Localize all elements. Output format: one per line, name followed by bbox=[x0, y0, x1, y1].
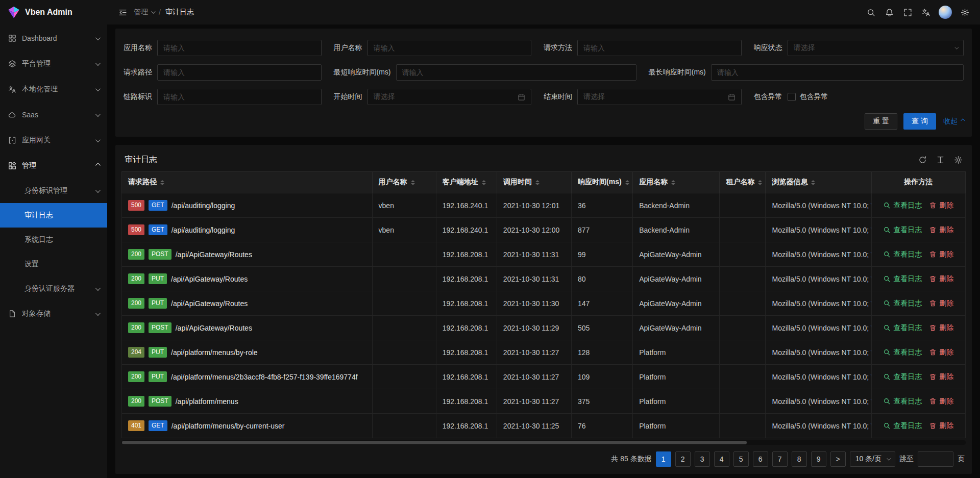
column-header[interactable]: 请求路径 bbox=[122, 172, 373, 193]
tenant-name-cell bbox=[720, 340, 766, 365]
view-log-button[interactable]: 查看日志 bbox=[883, 250, 922, 259]
delete-button[interactable]: 删除 bbox=[929, 201, 953, 210]
sidebar-item-app-gateway[interactable]: 应用网关 bbox=[0, 128, 107, 153]
bell-icon[interactable] bbox=[880, 0, 898, 24]
request-path: /api/platform/menus bbox=[176, 397, 238, 406]
sidebar-item-object-storage[interactable]: 对象存储 bbox=[0, 301, 107, 326]
settings-gear-icon[interactable] bbox=[955, 0, 974, 24]
actions-cell: 查看日志删除 bbox=[871, 340, 965, 365]
delete-button[interactable]: 删除 bbox=[929, 323, 953, 333]
calendar-icon bbox=[728, 93, 736, 101]
delete-button[interactable]: 删除 bbox=[929, 348, 953, 357]
page-button-5[interactable]: 5 bbox=[733, 451, 749, 467]
fullscreen-icon[interactable] bbox=[898, 0, 917, 24]
row-height-icon[interactable] bbox=[936, 156, 945, 164]
page-button-2[interactable]: 2 bbox=[675, 451, 691, 467]
page-button-7[interactable]: 7 bbox=[772, 451, 788, 467]
trace-id-input[interactable] bbox=[157, 89, 322, 105]
delete-button[interactable]: 删除 bbox=[929, 299, 953, 308]
tenant-name-cell bbox=[720, 193, 766, 218]
column-settings-icon[interactable] bbox=[954, 156, 963, 164]
column-header[interactable]: 浏览器信息 bbox=[766, 172, 871, 193]
sidebar-item-identity-management[interactable]: 身份标识管理 bbox=[0, 179, 107, 203]
view-log-button[interactable]: 查看日志 bbox=[883, 299, 922, 308]
view-log-button[interactable]: 查看日志 bbox=[883, 397, 922, 406]
jump-page-input[interactable] bbox=[918, 451, 953, 467]
page-button-3[interactable]: 3 bbox=[695, 451, 710, 467]
view-log-button[interactable]: 查看日志 bbox=[883, 372, 922, 382]
chevron-down-icon bbox=[95, 35, 101, 40]
translate-icon[interactable] bbox=[917, 0, 935, 24]
column-header[interactable]: 客户端地址 bbox=[436, 172, 497, 193]
max-response-time-input[interactable] bbox=[711, 64, 964, 81]
sidebar-item-audit-log[interactable]: 审计日志 bbox=[0, 203, 107, 228]
page-size-select[interactable]: 10 条/页 bbox=[850, 451, 895, 467]
tenant-name-cell bbox=[720, 242, 766, 267]
field-trace-id: 链路标识 bbox=[124, 89, 334, 105]
response-status-select[interactable]: 请选择 bbox=[788, 40, 964, 56]
field-include-exception: 包含异常包含异常 bbox=[754, 89, 964, 105]
sort-icons[interactable] bbox=[535, 180, 540, 185]
delete-button[interactable]: 删除 bbox=[929, 250, 953, 259]
refresh-icon[interactable] bbox=[918, 156, 927, 164]
delete-button[interactable]: 删除 bbox=[929, 274, 953, 284]
sidebar-item-settings[interactable]: 设置 bbox=[0, 252, 107, 276]
start-time-date-picker[interactable]: 请选择 bbox=[368, 89, 532, 105]
view-log-button[interactable]: 查看日志 bbox=[883, 421, 922, 431]
query-button[interactable]: 查 询 bbox=[903, 113, 936, 130]
scrollbar-thumb[interactable] bbox=[122, 441, 747, 444]
avatar[interactable] bbox=[939, 6, 952, 19]
min-response-time-input[interactable] bbox=[396, 64, 636, 81]
page-button-1[interactable]: 1 bbox=[656, 451, 671, 467]
delete-button[interactable]: 删除 bbox=[929, 225, 953, 235]
view-log-button[interactable]: 查看日志 bbox=[883, 323, 922, 333]
sort-icons[interactable] bbox=[411, 180, 415, 185]
sidebar-item-system-log[interactable]: 系统日志 bbox=[0, 228, 107, 252]
request-method-input[interactable] bbox=[577, 40, 742, 56]
delete-button[interactable]: 删除 bbox=[929, 421, 953, 431]
include-exception-checkbox[interactable] bbox=[788, 93, 796, 101]
end-time-date-picker[interactable]: 请选择 bbox=[577, 89, 742, 105]
delete-button[interactable]: 删除 bbox=[929, 372, 953, 382]
column-header[interactable]: 应用名称 bbox=[633, 172, 720, 193]
sort-icons[interactable] bbox=[671, 180, 675, 185]
view-log-button[interactable]: 查看日志 bbox=[883, 225, 922, 235]
reset-button[interactable]: 重 置 bbox=[865, 113, 897, 130]
sidebar-item-localization-management[interactable]: 本地化管理 bbox=[0, 77, 107, 102]
sort-icons[interactable] bbox=[758, 180, 762, 185]
sort-icons[interactable] bbox=[625, 180, 629, 185]
gateway-icon bbox=[8, 136, 17, 144]
user-name-input[interactable] bbox=[368, 40, 532, 56]
sidebar-item-saas[interactable]: Saas bbox=[0, 102, 107, 128]
search-form: 应用名称用户名称请求方法响应状态请选择请求路径最短响应时间(ms)最长响应时间(… bbox=[124, 40, 964, 105]
column-header[interactable]: 调用时间 bbox=[497, 172, 571, 193]
sort-icons[interactable] bbox=[160, 180, 164, 185]
page-button-9[interactable]: 9 bbox=[811, 451, 826, 467]
collapse-link[interactable]: 收起 bbox=[943, 117, 964, 126]
sort-icons[interactable] bbox=[482, 180, 486, 185]
search-icon[interactable] bbox=[862, 0, 880, 24]
view-log-button[interactable]: 查看日志 bbox=[883, 274, 922, 284]
request-path-input[interactable] bbox=[157, 64, 322, 81]
page-button-8[interactable]: 8 bbox=[792, 451, 807, 467]
column-header[interactable]: 租户名称 bbox=[720, 172, 766, 193]
horizontal-scrollbar[interactable] bbox=[121, 440, 966, 445]
column-header[interactable]: 响应时间(ms) bbox=[572, 172, 633, 193]
sort-icons[interactable] bbox=[811, 180, 815, 185]
page-button-6[interactable]: 6 bbox=[753, 451, 768, 467]
sidebar-item-identity-server[interactable]: 身份认证服务器 bbox=[0, 276, 107, 301]
logo[interactable]: Vben Admin bbox=[0, 0, 107, 24]
view-log-button[interactable]: 查看日志 bbox=[883, 201, 922, 210]
page-button-4[interactable]: 4 bbox=[714, 451, 729, 467]
sidebar-item-platform-management[interactable]: 平台管理 bbox=[0, 51, 107, 77]
sidebar-fold-icon[interactable] bbox=[113, 0, 132, 24]
column-header[interactable]: 用户名称 bbox=[372, 172, 436, 193]
delete-button[interactable]: 删除 bbox=[929, 397, 953, 406]
breadcrumb-item-management[interactable]: 管理 bbox=[134, 8, 154, 17]
view-log-button[interactable]: 查看日志 bbox=[883, 348, 922, 357]
sidebar-item-management[interactable]: 管理 bbox=[0, 153, 107, 179]
app-name-input[interactable] bbox=[157, 40, 322, 56]
sidebar-item-dashboard[interactable]: Dashboard bbox=[0, 26, 107, 51]
next-page-button[interactable]: > bbox=[830, 451, 846, 467]
request-path-cell: 200POST/api/ApiGateway/Routes bbox=[122, 316, 373, 340]
